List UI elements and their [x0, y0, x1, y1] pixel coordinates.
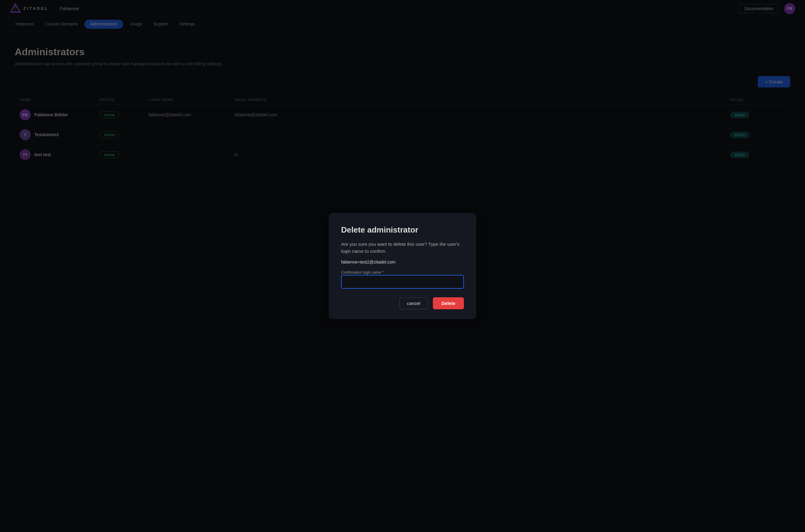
- confirmation-login-name-input[interactable]: [341, 275, 464, 289]
- modal-title: Delete administrator: [341, 225, 464, 235]
- delete-button[interactable]: Delete: [433, 297, 464, 309]
- modal-input-label: Confirmation login name *: [341, 270, 383, 274]
- modal-body-text: Are you sure you want to delete this use…: [341, 241, 464, 255]
- modal-overlay[interactable]: Delete administrator Are you sure you wa…: [0, 0, 805, 532]
- delete-admin-modal: Delete administrator Are you sure you wa…: [329, 213, 476, 319]
- cancel-button[interactable]: cancel: [399, 297, 428, 309]
- modal-actions: cancel Delete: [341, 297, 464, 309]
- modal-login-name-display: fabienne+test2@zitadel.com: [341, 260, 464, 264]
